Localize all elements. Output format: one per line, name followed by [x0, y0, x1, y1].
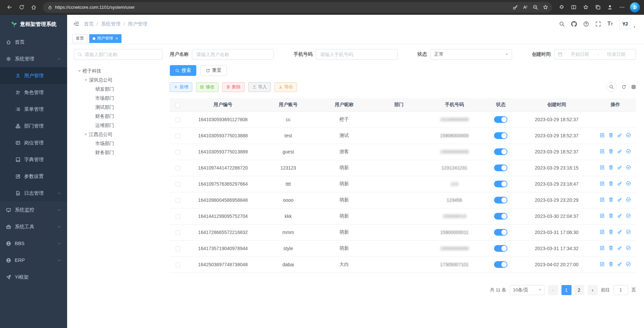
row-checkbox[interactable]	[176, 230, 180, 235]
table-row[interactable]: 1641030593775013888 test 测试 15906000000 …	[170, 128, 636, 144]
status-toggle[interactable]	[494, 148, 507, 155]
table-row[interactable]: 1641735719040978944 style 萌新 15000000000…	[170, 240, 636, 256]
edit-icon[interactable]	[600, 197, 605, 202]
sidebar-item[interactable]: 岗位管理	[0, 134, 67, 151]
sidebar-item[interactable]: 字典管理	[0, 151, 67, 168]
delete-icon[interactable]	[608, 197, 613, 202]
username-input[interactable]	[192, 49, 274, 60]
row-checkbox[interactable]	[176, 134, 180, 138]
row-checkbox[interactable]	[176, 214, 180, 219]
toolbar-button[interactable]: 修改	[196, 82, 218, 92]
table-row[interactable]: 1641441299095752704 kkk 萌新 150000019 202…	[170, 208, 636, 224]
delete-icon[interactable]	[608, 262, 613, 267]
favorites-bar-icon[interactable]	[580, 2, 591, 13]
table-row[interactable]: 1641728665572216832 mmm 萌新 15900000011 2…	[170, 224, 636, 240]
assign-role-icon[interactable]	[626, 181, 631, 186]
sidebar-item[interactable]: 角色管理	[0, 84, 67, 101]
address-bar[interactable]: https://ccnetcore.com:1101/system/user A…	[43, 2, 552, 13]
sidebar-item[interactable]: 系统工具	[0, 218, 67, 235]
edit-icon[interactable]	[600, 245, 605, 250]
assign-role-icon[interactable]	[626, 149, 631, 154]
table-row[interactable]: 1641098004586958848 oooo 萌新 123456 2023-…	[170, 192, 636, 208]
status-toggle[interactable]	[494, 229, 507, 236]
edit-icon[interactable]	[600, 133, 605, 138]
table-row[interactable]: 1642503897748738048 dabai 大白 17305007101…	[170, 256, 636, 273]
read-aloud-icon[interactable]: A)	[521, 3, 530, 12]
page-size-select[interactable]: 10条/页	[510, 285, 545, 295]
tree-node[interactable]: 江西总公司	[74, 130, 162, 139]
breadcrumb-item[interactable]: 首页 /	[84, 21, 101, 27]
assign-role-icon[interactable]	[626, 245, 631, 250]
tree-node[interactable]: 财务部门	[74, 112, 162, 121]
sidebar-item[interactable]: 日志管理	[0, 185, 67, 201]
sidebar-item[interactable]: Yi框架	[0, 269, 67, 285]
table-row[interactable]: 1641030593691127808 cc 橙子 15100000000 20…	[170, 111, 636, 128]
tree-node[interactable]: 市场部门	[74, 139, 162, 148]
row-checkbox[interactable]	[176, 198, 180, 203]
sidebar-item[interactable]: ERP	[0, 252, 67, 269]
edit-icon[interactable]	[600, 262, 605, 267]
fullscreen-icon[interactable]	[595, 21, 601, 27]
back-icon[interactable]	[4, 2, 15, 13]
assign-role-icon[interactable]	[626, 262, 631, 267]
edit-icon[interactable]	[600, 213, 605, 218]
font-size-icon[interactable]: TT	[607, 21, 613, 27]
tab[interactable]: 用户管理 ×	[89, 34, 121, 43]
sidebar-item[interactable]: BBS	[0, 235, 67, 252]
search-icon[interactable]	[559, 21, 565, 27]
delete-icon[interactable]	[608, 181, 613, 186]
collapse-sidebar-icon[interactable]	[73, 21, 79, 27]
table-row[interactable]: 1641097576365297664 tttt 萌新 123 2023-03-…	[170, 176, 636, 192]
browser-profile-avatar[interactable]	[604, 2, 615, 13]
delete-icon[interactable]	[608, 245, 613, 250]
status-toggle[interactable]	[494, 197, 507, 203]
breadcrumb-item[interactable]: 用户管理	[128, 21, 147, 27]
delete-icon[interactable]	[608, 133, 613, 138]
sidebar-item[interactable]: 部门管理	[0, 118, 67, 134]
status-toggle[interactable]	[494, 132, 507, 139]
bing-chat-icon[interactable]: b	[630, 2, 640, 12]
reset-password-icon[interactable]	[617, 181, 622, 186]
collections-icon[interactable]	[592, 2, 603, 13]
user-avatar[interactable]: YJ	[619, 18, 631, 29]
reset-button[interactable]: 重置	[200, 65, 227, 76]
toolbar-button[interactable]: 新增	[170, 82, 192, 92]
split-screen-icon[interactable]	[568, 2, 579, 13]
row-checkbox[interactable]	[176, 166, 180, 171]
sidebar-item[interactable]: 系统监控	[0, 201, 67, 218]
tree-node[interactable]: 橙子科技	[74, 66, 162, 76]
tree-node[interactable]: 运维部门	[74, 121, 162, 130]
edit-icon[interactable]	[600, 165, 605, 170]
row-checkbox[interactable]	[176, 182, 180, 187]
toolbar-button[interactable]: 删除	[222, 82, 245, 92]
table-row[interactable]: 1641097441472286720 123123 萌新 1231241231…	[170, 160, 636, 176]
assign-role-icon[interactable]	[626, 165, 631, 170]
delete-icon[interactable]	[608, 165, 613, 170]
column-settings-icon[interactable]	[631, 85, 636, 89]
reset-password-icon[interactable]	[617, 262, 622, 267]
next-page-button[interactable]: ›	[588, 285, 598, 295]
sidebar-item[interactable]: 菜单管理	[0, 101, 67, 118]
reset-password-icon[interactable]	[617, 213, 622, 218]
delete-icon[interactable]	[608, 229, 613, 234]
reset-password-icon[interactable]	[617, 229, 622, 234]
toolbar-button[interactable]: 导入	[248, 82, 271, 92]
select-all-checkbox[interactable]	[176, 103, 180, 107]
toggle-search-button[interactable]	[606, 82, 616, 92]
status-select[interactable]: 正常	[430, 49, 512, 60]
status-toggle[interactable]	[494, 261, 507, 268]
sidebar-item[interactable]: 首页	[0, 34, 67, 50]
prev-page-button[interactable]: ‹	[548, 285, 558, 295]
toolbar-button[interactable]: 导出	[275, 82, 297, 92]
reset-password-icon[interactable]	[617, 149, 622, 154]
edit-icon[interactable]	[600, 229, 605, 234]
edit-icon[interactable]	[600, 181, 605, 186]
row-checkbox[interactable]	[176, 118, 180, 122]
assign-role-icon[interactable]	[626, 197, 631, 202]
assign-role-icon[interactable]	[626, 133, 631, 138]
goto-page-input[interactable]	[613, 285, 628, 295]
breadcrumb-item[interactable]: 系统管理 /	[101, 21, 128, 27]
dept-search-input[interactable]	[85, 52, 159, 57]
sidebar-item[interactable]: 系统管理	[0, 50, 67, 67]
status-toggle[interactable]	[494, 116, 507, 123]
